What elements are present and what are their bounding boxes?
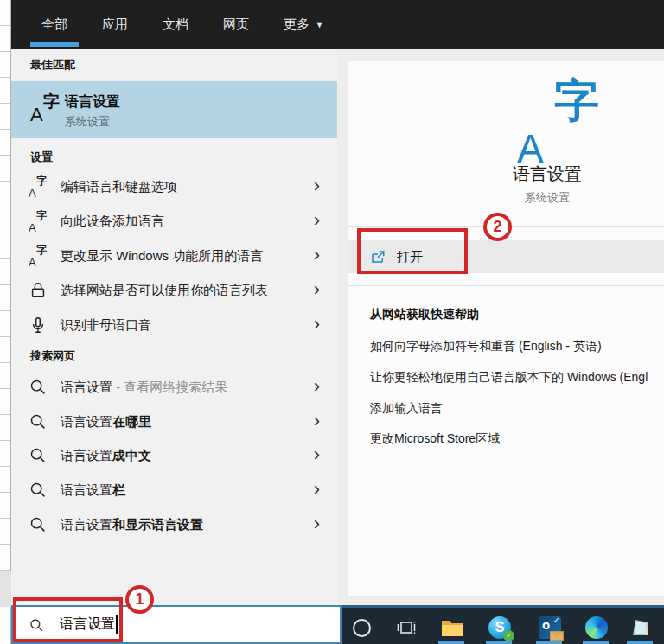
search-icon [29,481,48,500]
search-icon [29,378,48,397]
web-search-item[interactable]: 语言设置 - 查看网络搜索结果 › [11,370,337,405]
best-match-header: 最佳匹配 [30,57,75,73]
chevron-down-icon: ▼ [316,21,323,29]
tab-documents[interactable]: 文档 [151,0,200,49]
search-icon [29,446,48,465]
web-search-section-header: 搜索网页 [30,348,75,364]
web-search-item-label: 语言设置栏 [61,482,125,499]
web-search-item[interactable]: 语言设置和显示语言设置 › [11,507,337,542]
edge-icon[interactable] [584,615,609,640]
search-filter-tabs: 全部 应用 文档 网页 更多 ▼ [11,0,664,49]
chevron-right-icon: › [314,513,320,535]
tab-web[interactable]: 网页 [212,0,260,49]
divider [348,285,664,286]
chevron-right-icon: › [314,244,320,266]
settings-item-add-language[interactable]: A字 向此设备添加语言 › [11,204,337,239]
search-icon [29,515,48,534]
web-search-item-label: 语言设置 - 查看网络搜索结果 [61,379,227,396]
tab-documents-label: 文档 [163,16,188,33]
web-search-item[interactable]: 语言设置在哪里 › [11,405,337,439]
settings-item-label: 识别非母语口音 [61,317,151,334]
excel-cell-block [0,571,11,607]
settings-item-accent-recognition[interactable]: 识别非母语口音 › [11,308,337,342]
settings-item-label: 向此设备添加语言 [61,214,164,230]
preview-pane: 字 A 语言设置 系统设置 打开 从网站获取快速帮助 如何向字母添加符号和重音 … [337,49,664,607]
chevron-right-icon: › [314,175,320,197]
annotation-box-step1 [13,597,123,642]
best-match-subtitle: 系统设置 [65,114,110,130]
settings-item-website-language-list[interactable]: 选择网站是否可以使用你的语言列表 › [11,273,337,308]
annotation-circle-step2: 2 [483,213,512,241]
web-search-item-label: 语言设置和显示语言设置 [61,517,203,533]
best-match-title: 语言设置 [65,93,120,112]
best-match-result[interactable]: A 字 语言设置 系统设置 [11,81,337,138]
web-search-item-label: 语言设置成中文 [61,448,151,464]
chevron-right-icon: › [314,375,320,398]
settings-item-display-language[interactable]: A字 更改显示 Windows 功能所用的语言 › [11,239,337,273]
preview-subtitle: 系统设置 [396,190,664,206]
task-view-icon[interactable] [394,615,418,640]
annotation-circle-step1: 1 [125,585,154,614]
language-icon: A字 [29,212,48,231]
chevron-right-icon: › [314,313,320,335]
file-explorer-icon[interactable] [440,615,464,640]
cortana-icon[interactable] [349,615,374,640]
annotation-box-step2 [357,228,468,274]
settings-item-edit-language-keyboard[interactable]: A字 编辑语言和键盘选项 › [11,169,337,204]
chevron-right-icon: › [314,443,320,466]
settings-item-label: 更改显示 Windows 功能所用的语言 [61,248,263,265]
notepad-icon[interactable] [629,615,653,640]
language-icon: A字 [29,246,48,265]
tab-web-label: 网页 [223,16,249,33]
taskbar: S ✓ o ✓ [342,605,664,644]
help-link[interactable]: 更改Microsoft Store区域 [370,431,500,447]
web-search-item[interactable]: 语言设置栏 › [11,473,337,507]
settings-item-label: 选择网站是否可以使用你的语言列表 [61,283,268,299]
chevron-right-icon: › [314,478,320,501]
preview-card: 字 A 语言设置 系统设置 打开 从网站获取快速帮助 如何向字母添加符号和重音 … [348,61,664,596]
tab-more-label: 更多 [284,16,310,33]
windows-search-panel: 全部 应用 文档 网页 更多 ▼ 最佳匹配 A 字 语言设置 系统设置 设置 A… [0,0,664,644]
background-excel-strip [0,0,11,644]
microphone-icon [29,316,48,335]
chevron-right-icon: › [314,410,320,432]
tab-apps[interactable]: 应用 [91,0,139,49]
quick-help-header: 从网站获取快速帮助 [370,307,479,322]
skype-icon[interactable]: S ✓ [488,615,512,640]
language-settings-icon-large: 字 A [517,78,599,169]
tab-all-label: 全部 [42,16,67,33]
language-icon: A字 [29,177,48,196]
help-link[interactable]: 添加输入语言 [370,401,443,417]
tab-all[interactable]: 全部 [30,0,79,49]
chevron-right-icon: › [314,209,320,232]
envelope-icon [550,631,564,641]
language-settings-icon: A 字 [30,93,60,124]
help-link[interactable]: 如何向字母添加符号和重音 (English - 英语) [370,339,602,354]
chevron-right-icon: › [314,278,320,301]
outlook-icon[interactable]: o ✓ [538,615,562,640]
settings-section-header: 设置 [30,150,53,165]
skype-status-badge: ✓ [503,630,514,641]
lock-icon [29,281,48,300]
preview-title: 语言设置 [396,163,664,186]
tab-more[interactable]: 更多 ▼ [272,0,335,49]
settings-item-label: 编辑语言和键盘选项 [61,179,177,195]
web-search-item-label: 语言设置在哪里 [61,414,151,430]
search-results-panel: 最佳匹配 A 字 语言设置 系统设置 设置 A字 编辑语言和键盘选项 › A字 … [11,49,337,607]
help-link[interactable]: 让你更轻松地使用自己语言版本下的 Windows (Engl [370,370,648,386]
web-search-item[interactable]: 语言设置成中文 › [11,438,337,473]
search-icon [29,412,48,431]
tab-apps-label: 应用 [102,16,128,33]
